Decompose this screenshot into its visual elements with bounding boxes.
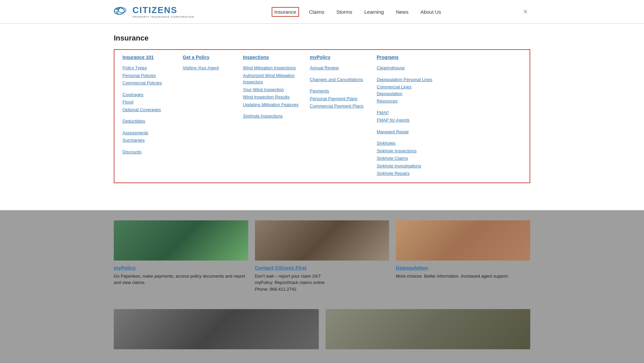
link-payments[interactable]: Payments — [310, 88, 370, 94]
close-button[interactable]: × — [521, 6, 530, 17]
link-sinkhole-repairs[interactable]: Sinkhole Repairs — [377, 170, 437, 177]
footer-bottom-card-1-image — [114, 309, 319, 349]
logo-text: CITIZENS PROPERTY INSURANCE CORPORATION — [132, 5, 194, 18]
footer-card-depopulation-title[interactable]: Depopulation — [396, 265, 530, 271]
header: CITIZENS PROPERTY INSURANCE CORPORATION … — [0, 0, 644, 24]
link-commercial-policies[interactable]: Commercial Policies — [122, 80, 176, 86]
menu-grid-wrapper: Insurance 101 Policy Types Personal Poli… — [114, 49, 530, 183]
footer-card-contact-desc: Don't wait – report your claim 24/7myPol… — [255, 273, 389, 293]
link-assessments[interactable]: Assessments — [122, 130, 176, 136]
link-deductibles[interactable]: Deductibles — [122, 118, 176, 125]
col-header-inspections[interactable]: Inspections — [243, 55, 303, 60]
link-fmap[interactable]: FMAP — [377, 110, 437, 116]
footer-card-contact-image — [255, 220, 389, 261]
link-sinkhole-inspections[interactable]: Sinkhole Inspections — [377, 148, 437, 154]
menu-col-programs: Programs Clearinghouse Depopulation Pers… — [373, 55, 440, 178]
nav-news[interactable]: News — [394, 8, 410, 16]
link-policy-types[interactable]: Policy Types — [122, 65, 176, 71]
menu-col-mypolicy: myPolicy Annual Review Changes and Cance… — [306, 55, 373, 178]
link-sinkhole-claims[interactable]: Sinkhole Claims — [377, 155, 437, 162]
link-your-wind-inspection[interactable]: Your Wind Inspection — [243, 86, 303, 93]
footer-card-depopulation-desc: More choices. Better information. Increa… — [396, 273, 530, 280]
footer-bottom-card-2 — [326, 309, 531, 353]
main-nav: Insurance Claims Storms Learning News Ab… — [272, 7, 443, 17]
link-wind-inspection-results[interactable]: Wind Inspection Results — [243, 94, 303, 100]
link-wind-mit-inspections[interactable]: Wind Mitigation Inspections — [243, 65, 303, 71]
link-resources[interactable]: Resources — [377, 98, 437, 104]
citizens-logo-icon — [114, 3, 130, 20]
link-coverages[interactable]: Coverages — [122, 91, 176, 98]
link-changes-cancellations[interactable]: Changes and Cancellations — [310, 76, 370, 83]
footer-bottom-card-1 — [114, 309, 319, 353]
footer-card-depopulation: Depopulation More choices. Better inform… — [396, 220, 530, 293]
link-surcharges[interactable]: Surcharges — [122, 137, 176, 144]
link-discounts[interactable]: Discounts — [122, 149, 176, 155]
footer-card-mypolicy-desc: Go Paperless, make payments, access poli… — [114, 273, 248, 286]
link-commercial-payment-plans[interactable]: Commercial Payment Plans — [310, 103, 370, 110]
link-sinkhole-inspections-col[interactable]: Sinkhole Inspections — [243, 113, 303, 120]
col-header-programs[interactable]: Programs — [377, 55, 437, 60]
col-header-insurance101[interactable]: Insurance 101 — [122, 55, 176, 60]
footer-card-mypolicy: myPolicy Go Paperless, make payments, ac… — [114, 220, 248, 293]
link-annual-review[interactable]: Annual Review — [310, 65, 370, 71]
link-flood[interactable]: Flood — [122, 99, 176, 105]
footer-card-contact-title[interactable]: Contact Citizens First — [255, 265, 389, 271]
link-personal-policies[interactable]: Personal Policies — [122, 72, 176, 79]
link-personal-payment-plans[interactable]: Personal Payment Plans — [310, 95, 370, 102]
col-header-get-policy[interactable]: Get a Policy — [183, 55, 236, 60]
logo-sub-label: PROPERTY INSURANCE CORPORATION — [132, 15, 194, 18]
footer-bottom-row — [0, 302, 644, 363]
menu-col-get-policy: Get a Policy Visiting Your Agent — [179, 55, 240, 178]
nav-claims[interactable]: Claims — [307, 8, 327, 16]
logo-citizens-label: CITIZENS — [132, 5, 194, 15]
link-managed-repair[interactable]: Managed Repair — [377, 129, 437, 135]
menu-grid: Insurance 101 Policy Types Personal Poli… — [119, 55, 525, 178]
footer-section: myPolicy Go Paperless, make payments, ac… — [0, 210, 644, 303]
link-depopulation-personal[interactable]: Depopulation Personal Lines — [377, 76, 437, 83]
menu-col-inspections: Inspections Wind Mitigation Inspections … — [240, 55, 306, 178]
link-updating-mitigation[interactable]: Updating Mitigation Features — [243, 101, 303, 108]
link-visiting-agent[interactable]: Visiting Your Agent — [183, 65, 236, 71]
nav-about[interactable]: About Us — [419, 8, 443, 16]
link-sinkholes[interactable]: Sinkholes — [377, 140, 437, 147]
menu-col-insurance101: Insurance 101 Policy Types Personal Poli… — [119, 55, 179, 178]
link-sinkhole-investigations[interactable]: Sinkhole Investigations — [377, 163, 437, 169]
link-optional-coverages[interactable]: Optional Coverages — [122, 106, 176, 113]
nav-insurance[interactable]: Insurance — [272, 7, 299, 17]
logo-area: CITIZENS PROPERTY INSURANCE CORPORATION — [114, 3, 194, 20]
nav-storms[interactable]: Storms — [334, 8, 354, 16]
dropdown-title: Insurance — [114, 34, 530, 43]
nav-learning[interactable]: Learning — [362, 8, 386, 16]
link-fmap-agents[interactable]: FMAP for Agents — [377, 117, 437, 124]
link-commercial-lines-depop[interactable]: Commercial Lines Depopulation — [377, 84, 437, 97]
footer-card-depopulation-image — [396, 220, 530, 261]
footer-card-mypolicy-image — [114, 220, 248, 261]
footer-card-mypolicy-title[interactable]: myPolicy — [114, 265, 248, 271]
dropdown-panel: Insurance Insurance 101 Policy Types Per… — [0, 24, 644, 210]
footer-bottom-card-2-image — [326, 309, 531, 349]
link-auth-wind-inspectors[interactable]: Authorized Wind Mitigation Inspectors — [243, 72, 303, 85]
col-header-mypolicy[interactable]: myPolicy — [310, 55, 370, 60]
link-clearinghouse[interactable]: Clearinghouse — [377, 65, 437, 71]
footer-card-contact: Contact Citizens First Don't wait – repo… — [255, 220, 389, 293]
